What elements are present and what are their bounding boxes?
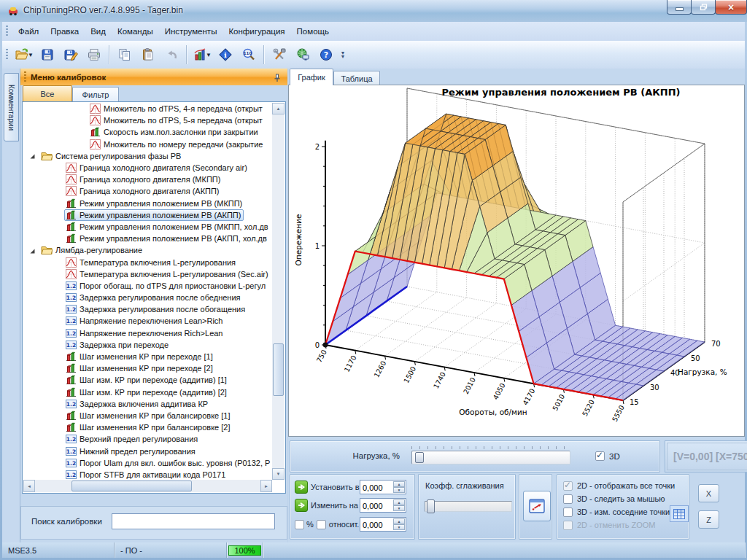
checkbox[interactable] <box>563 481 573 491</box>
tree-item[interactable]: Режим управления положением РВ (МКПП, хо… <box>23 221 272 233</box>
tree-item[interactable]: 1.2Задержка регулирования после обогащен… <box>23 303 272 315</box>
zoom-110-button[interactable]: 110 <box>238 44 260 66</box>
surface-chart[interactable]: 0127501170126015001740201040504170501055… <box>288 85 745 437</box>
restore-button[interactable] <box>691 0 716 15</box>
relative-spinner[interactable]: ▲▼ <box>360 517 406 532</box>
apply-set-button[interactable] <box>295 481 308 494</box>
tree-item[interactable]: 1.2Порог обогащ. по dTPS для приостановк… <box>23 280 272 292</box>
checkbox[interactable] <box>563 494 573 504</box>
tree-vertical-scrollbar[interactable]: ▲ ▼ <box>272 103 285 480</box>
menu-item-help[interactable]: Помощь <box>291 24 335 39</box>
spinner-arrows[interactable]: ▲▼ <box>393 499 405 511</box>
tree-folder[interactable]: Система регулирования фазы РВ <box>23 150 272 162</box>
apply-change-button[interactable] <box>295 499 308 512</box>
checkbox-percent[interactable] <box>295 520 304 529</box>
scroll-down-icon[interactable]: ▼ <box>272 468 285 480</box>
tree-item[interactable]: 1.2Порог Ulam для вкл. ошибок выс. уровн… <box>23 457 272 469</box>
paste-button[interactable] <box>137 44 159 66</box>
z-axis-button[interactable]: Z <box>698 510 719 529</box>
x-axis-button[interactable]: X <box>698 484 719 502</box>
minimize-button[interactable] <box>667 0 692 15</box>
view-option-1[interactable]: 3D - следить за мышью <box>563 493 665 505</box>
checkbox-3d[interactable] <box>595 451 605 461</box>
comments-tab[interactable]: Комментарии <box>4 73 19 141</box>
tree-item[interactable]: Шаг изменения КР при переходе [2] <box>23 362 272 374</box>
tab-filter[interactable]: Фильтр <box>72 87 119 101</box>
spinner-arrows[interactable]: ▲▼ <box>393 481 405 493</box>
tree-item[interactable]: 1.2Задержка при переходе <box>23 339 272 351</box>
copy-button[interactable] <box>114 44 136 66</box>
tree-item[interactable]: Шаг изменения КР при балансировке [1] <box>23 410 272 421</box>
tree-folder[interactable]: Лямбда-регулирование <box>23 244 272 256</box>
print-button[interactable] <box>83 44 105 66</box>
tree-item[interactable]: 1.2Напряжение переключения Lean>Rich <box>23 315 272 327</box>
tree-item[interactable]: 1.2Верхний предел регулирования <box>23 433 272 445</box>
autoscale-button[interactable] <box>523 491 551 521</box>
grid-table-button[interactable] <box>670 505 689 522</box>
tree-item[interactable]: Шаг изменения КР при балансировке [2] <box>23 421 272 433</box>
menu-grip[interactable] <box>6 26 8 37</box>
tree-item[interactable]: Граница холодного двигателя (Secondary a… <box>23 162 272 174</box>
set-to-spinner[interactable]: ▲▼ <box>360 480 406 494</box>
surface-3d-plot[interactable]: 0127501170126015001740201040504170501055… <box>289 85 744 436</box>
tree-expander-icon[interactable] <box>29 152 36 159</box>
search-input[interactable] <box>112 513 275 529</box>
tree-item[interactable]: 1.2Нижний предел регулирования <box>23 445 272 456</box>
scroll-up-icon[interactable]: ▲ <box>272 103 285 114</box>
tree-item[interactable]: Шаг изменения КР при переходе [1] <box>23 351 272 362</box>
tools-button[interactable] <box>268 44 290 66</box>
load-slider-thumb[interactable] <box>415 452 424 463</box>
tree-item[interactable]: 1.2Напряжение переключения Rich>Lean <box>23 327 272 339</box>
load-slider[interactable] <box>411 451 570 464</box>
view-option-3[interactable]: 2D - отменить ZOOM <box>563 519 655 531</box>
vscroll-thumb[interactable] <box>273 343 284 396</box>
menu-item-commands[interactable]: Команды <box>112 24 159 39</box>
info-button[interactable]: i <box>214 44 236 66</box>
dropdown-arrow-icon[interactable]: ▼ <box>206 52 212 58</box>
tree-item[interactable]: Шаг изм. КР при переходе (аддитив) [2] <box>23 386 272 398</box>
panel-grip[interactable] <box>24 71 26 83</box>
save-as-button[interactable] <box>60 44 82 66</box>
help-button[interactable]: ? <box>315 44 337 66</box>
toolbar-grip[interactable] <box>6 49 8 61</box>
view-option-0[interactable]: 2D - отображать все точки <box>563 480 675 491</box>
web-update-button[interactable] <box>292 44 314 66</box>
scroll-left-icon[interactable]: ◄ <box>23 480 35 492</box>
toolbar-overflow-button[interactable]: ▼▼ <box>338 44 348 66</box>
tab-chart[interactable]: График <box>290 69 333 85</box>
change-by-value[interactable] <box>360 499 392 513</box>
view-option-2[interactable]: 3D - изм. соседние точки <box>563 506 670 518</box>
pin-icon[interactable] <box>273 72 282 85</box>
menu-item-configuration[interactable]: Конфигурация <box>222 24 290 39</box>
smoothing-slider-thumb[interactable] <box>427 499 435 513</box>
tree-item[interactable]: Граница холодного двигателя (МКПП) <box>23 174 272 185</box>
tree-item[interactable]: Режим управления положением РВ (АКПП) <box>23 209 272 221</box>
tree-item[interactable]: 1.2Задержка регулирования после обеднени… <box>23 292 272 303</box>
menu-item-tools[interactable]: Инструменты <box>159 24 223 39</box>
hscroll-thumb[interactable] <box>71 481 192 491</box>
tree-item[interactable]: 1.2Порог STFB для активации кода P0171 <box>23 469 272 480</box>
tree-item[interactable]: Температура включения L-регулирования <box>23 256 272 268</box>
smoothing-slider[interactable] <box>425 501 512 512</box>
tree-item[interactable]: Температура включения L-регулирования (S… <box>23 268 272 280</box>
scroll-right-icon[interactable]: ► <box>260 480 272 492</box>
menu-item-edit[interactable]: Правка <box>44 24 85 39</box>
spinner-arrows[interactable]: ▲▼ <box>393 518 405 530</box>
relative-value[interactable] <box>360 518 392 532</box>
checkbox-relative[interactable] <box>317 520 326 529</box>
dropdown-arrow-icon[interactable]: ▼ <box>28 52 34 58</box>
tree-item[interactable]: Режим управления положением РВ (МКПП) <box>23 198 272 209</box>
tab-all[interactable]: Все <box>23 85 72 101</box>
tree-item[interactable]: Множитель по dTPS, 5-я передача (открыт <box>23 114 272 126</box>
chart-button[interactable]: ▼ <box>191 44 213 66</box>
tree-expander-icon[interactable] <box>29 247 36 254</box>
close-button[interactable]: × <box>715 0 747 15</box>
save-button[interactable] <box>36 44 58 66</box>
menu-item-file[interactable]: Файл <box>12 24 44 39</box>
set-to-value[interactable] <box>360 481 392 494</box>
tree-item[interactable]: Скорость изм.пол.заслонки при закрытии <box>23 126 272 138</box>
tree-item[interactable]: Шаг изм. КР при переходе (аддитив) [1] <box>23 374 272 386</box>
change-by-spinner[interactable]: ▲▼ <box>360 498 406 513</box>
tree-item[interactable]: 1.2Задержка включения аддитива КР <box>23 398 272 410</box>
tree-horizontal-scrollbar[interactable]: ◄ ► <box>23 480 272 492</box>
